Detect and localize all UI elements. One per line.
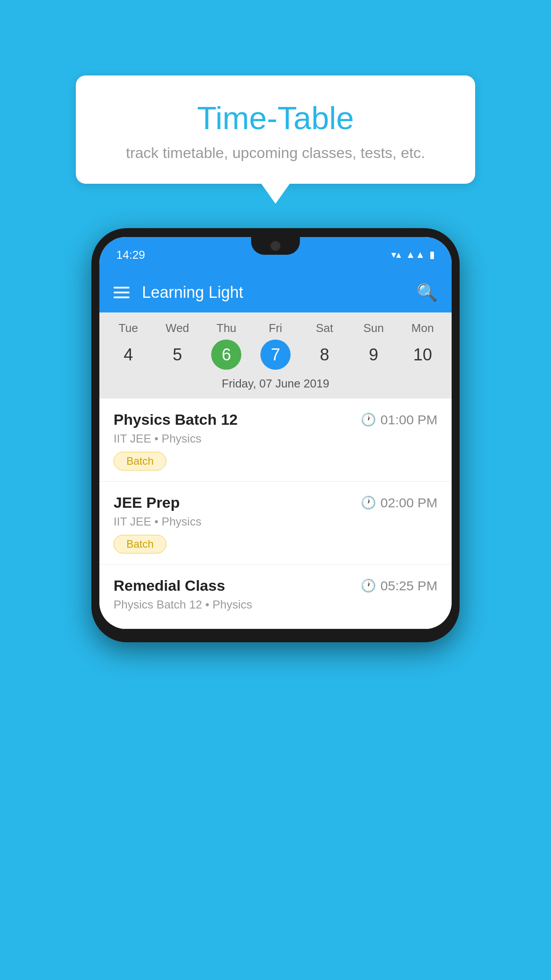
search-button[interactable]: 🔍 <box>417 283 437 302</box>
day-number: 10 <box>408 340 438 370</box>
app-bar-left: Learning Light <box>114 283 243 302</box>
schedule-item-1[interactable]: JEE Prep🕐02:00 PMIIT JEE • PhysicsBatch <box>99 482 452 565</box>
status-time: 14:29 <box>116 248 145 262</box>
day-label: Sat <box>316 321 333 335</box>
bubble-arrow <box>261 184 290 204</box>
clock-icon: 🕐 <box>361 412 376 427</box>
schedule-title: Physics Batch 12 <box>114 411 238 428</box>
bubble-subtitle: track timetable, upcoming classes, tests… <box>102 144 449 162</box>
time-text: 01:00 PM <box>381 412 437 427</box>
day-number: 7 <box>260 340 291 370</box>
day-label: Sun <box>363 321 384 335</box>
schedule-title: Remedial Class <box>114 577 225 594</box>
camera-dot <box>271 241 280 251</box>
notch <box>251 237 300 255</box>
schedule-item-header: JEE Prep🕐02:00 PM <box>114 494 437 511</box>
time-text: 02:00 PM <box>381 495 437 510</box>
day-number: 6 <box>211 340 241 370</box>
clock-icon: 🕐 <box>361 495 376 510</box>
day-col-fri[interactable]: Fri7 <box>253 321 298 370</box>
app-bar: Learning Light 🔍 <box>99 273 452 312</box>
schedule-time: 🕐01:00 PM <box>361 412 437 427</box>
schedule-subtitle: IIT JEE • Physics <box>114 515 437 529</box>
days-row: Tue4Wed5Thu6Fri7Sat8Sun9Mon10 <box>99 312 452 373</box>
day-label: Wed <box>165 321 189 335</box>
wifi-icon: ▾▴ <box>391 249 401 261</box>
menu-button[interactable] <box>114 287 130 298</box>
day-label: Thu <box>216 321 236 335</box>
schedule-time: 🕐05:25 PM <box>361 578 437 593</box>
day-number: 4 <box>113 340 143 370</box>
day-label: Fri <box>269 321 282 335</box>
day-number: 5 <box>162 340 193 370</box>
schedule-list: Physics Batch 12🕐01:00 PMIIT JEE • Physi… <box>99 399 452 629</box>
battery-icon: ▮ <box>429 249 435 261</box>
day-number: 8 <box>310 340 340 370</box>
schedule-item-0[interactable]: Physics Batch 12🕐01:00 PMIIT JEE • Physi… <box>99 399 452 482</box>
schedule-item-header: Remedial Class🕐05:25 PM <box>114 577 437 594</box>
day-col-sat[interactable]: Sat8 <box>303 321 347 370</box>
phone-device: 14:29 ▾▴ ▲▲ ▮ Learnin <box>91 228 460 642</box>
time-text: 05:25 PM <box>381 578 437 593</box>
day-number: 9 <box>358 340 389 370</box>
schedule-item-2[interactable]: Remedial Class🕐05:25 PMPhysics Batch 12 … <box>99 565 452 629</box>
selected-date-label: Friday, 07 June 2019 <box>99 373 452 399</box>
batch-badge: Batch <box>114 452 166 470</box>
schedule-subtitle: Physics Batch 12 • Physics <box>114 598 437 612</box>
day-col-wed[interactable]: Wed5 <box>155 321 200 370</box>
phone-screen: 14:29 ▾▴ ▲▲ ▮ Learnin <box>99 237 452 629</box>
speech-bubble-container: Time-Table track timetable, upcoming cla… <box>76 75 475 204</box>
day-col-sun[interactable]: Sun9 <box>351 321 396 370</box>
schedule-item-header: Physics Batch 12🕐01:00 PM <box>114 411 437 428</box>
status-icons: ▾▴ ▲▲ ▮ <box>391 249 435 261</box>
speech-bubble: Time-Table track timetable, upcoming cla… <box>76 75 475 184</box>
phone-frame: 14:29 ▾▴ ▲▲ ▮ Learnin <box>91 228 460 642</box>
day-col-thu[interactable]: Thu6 <box>204 321 248 370</box>
app-title: Learning Light <box>142 283 243 302</box>
calendar-section: Tue4Wed5Thu6Fri7Sat8Sun9Mon10 Friday, 07… <box>99 312 452 399</box>
batch-badge: Batch <box>114 535 166 553</box>
schedule-subtitle: IIT JEE • Physics <box>114 432 437 446</box>
day-label: Tue <box>118 321 138 335</box>
day-col-tue[interactable]: Tue4 <box>106 321 150 370</box>
clock-icon: 🕐 <box>361 578 376 593</box>
schedule-title: JEE Prep <box>114 494 180 511</box>
signal-icon: ▲▲ <box>405 249 425 261</box>
day-label: Mon <box>411 321 434 335</box>
status-bar: 14:29 ▾▴ ▲▲ ▮ <box>99 237 452 273</box>
schedule-time: 🕐02:00 PM <box>361 495 437 510</box>
day-col-mon[interactable]: Mon10 <box>401 321 445 370</box>
bubble-title: Time-Table <box>102 100 449 136</box>
